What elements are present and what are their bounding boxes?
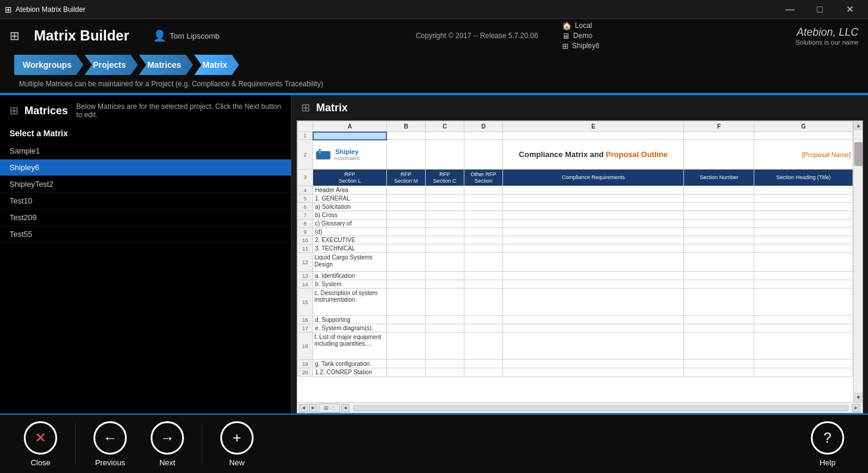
cell-1g[interactable] <box>754 132 853 140</box>
cell-15e[interactable] <box>503 289 684 316</box>
cell-20e[interactable] <box>503 368 684 377</box>
cell-20c[interactable] <box>426 368 464 377</box>
breadcrumb-matrices[interactable]: Matrices <box>139 55 193 75</box>
cell-17b[interactable] <box>386 324 425 333</box>
cell-12f[interactable] <box>684 253 754 272</box>
cell-11b[interactable] <box>386 245 425 253</box>
cell-2d[interactable] <box>464 140 503 170</box>
cell-20f[interactable] <box>684 368 754 377</box>
cell-17d[interactable] <box>464 324 503 333</box>
cell-11g[interactable] <box>754 245 853 253</box>
cell-17f[interactable] <box>684 324 754 333</box>
cell-9f[interactable] <box>684 228 754 236</box>
cell-9c[interactable] <box>426 228 464 236</box>
cell-8b[interactable] <box>386 220 425 228</box>
cell-1d[interactable] <box>464 132 503 140</box>
cell-14d[interactable] <box>464 280 503 289</box>
cell-15c[interactable] <box>426 289 464 316</box>
scroll-down-btn[interactable]: ▼ <box>854 393 863 402</box>
matrix-item-test55[interactable]: Test55 <box>0 226 291 243</box>
cell-1e[interactable] <box>503 132 684 140</box>
new-button[interactable]: + New <box>208 421 266 467</box>
cell-5a[interactable]: 1. GENERAL <box>313 195 387 203</box>
cell-19e[interactable] <box>503 360 684 368</box>
help-button[interactable]: ? Help <box>799 421 856 467</box>
cell-9b[interactable] <box>386 228 425 236</box>
cell-13e[interactable] <box>503 272 684 280</box>
cell-7f[interactable] <box>684 211 754 220</box>
cell-19a[interactable]: g. Tank configuration. <box>313 360 387 368</box>
minimize-button[interactable]: — <box>776 0 804 19</box>
cell-14c[interactable] <box>426 280 464 289</box>
cell-15d[interactable] <box>464 289 503 316</box>
cell-15g[interactable] <box>754 289 853 316</box>
scroll-sheet-left[interactable]: ◄ <box>341 404 349 412</box>
cell-14b[interactable] <box>386 280 425 289</box>
cell-16e[interactable] <box>503 316 684 324</box>
cell-4a[interactable]: Header Area <box>313 186 387 195</box>
matrix-item-test209[interactable]: Test209 <box>0 209 291 226</box>
horizontal-scrollbar[interactable] <box>353 405 848 411</box>
scroll-left-btn[interactable]: ◄ <box>299 404 308 412</box>
previous-button[interactable]: ← Previous <box>82 421 139 467</box>
cell-2c[interactable] <box>426 140 464 170</box>
cell-7c[interactable] <box>426 211 464 220</box>
cell-12d[interactable] <box>464 253 503 272</box>
cell-1f[interactable] <box>684 132 754 140</box>
cell-12c[interactable] <box>426 253 464 272</box>
cell-13d[interactable] <box>464 272 503 280</box>
env-shipley6[interactable]: ⊞ Shipley6 <box>562 42 600 51</box>
cell-5d[interactable] <box>464 195 503 203</box>
cell-10g[interactable] <box>754 236 853 245</box>
scroll-thumb[interactable] <box>854 142 863 166</box>
cell-18g[interactable] <box>754 333 853 360</box>
cell-6c[interactable] <box>426 203 464 211</box>
cell-18a[interactable]: f. List of major equipment including qua… <box>313 333 387 360</box>
cell-12a[interactable]: Liquid Cargo Systems Design <box>313 253 387 272</box>
cell-16d[interactable] <box>464 316 503 324</box>
cell-11a[interactable]: 3. TECHNICAL <box>313 245 387 253</box>
cell-4g[interactable] <box>754 186 853 195</box>
cell-13c[interactable] <box>426 272 464 280</box>
cell-2b[interactable] <box>386 140 425 170</box>
close-window-button[interactable]: ✕ <box>836 0 863 19</box>
cell-6b[interactable] <box>386 203 425 211</box>
cell-7b[interactable] <box>386 211 425 220</box>
cell-19d[interactable] <box>464 360 503 368</box>
sheet-grid[interactable]: A B C D E F G 1 <box>297 121 853 402</box>
cell-7a[interactable]: b) Cross <box>313 211 387 220</box>
cell-15b[interactable] <box>386 289 425 316</box>
cell-18d[interactable] <box>464 333 503 360</box>
cell-9a[interactable]: (d) <box>313 228 387 236</box>
cell-1b[interactable] <box>386 132 425 140</box>
cell-7e[interactable] <box>503 211 684 220</box>
nav-grid-icon[interactable]: ⊞ <box>10 29 20 43</box>
cell-15a[interactable]: c. Description of system instrumentation… <box>313 289 387 316</box>
cell-5g[interactable] <box>754 195 853 203</box>
cell-19b[interactable] <box>386 360 425 368</box>
cell-10f[interactable] <box>684 236 754 245</box>
sheet-tab[interactable]: ⊞ · : <box>319 403 340 413</box>
cell-18e[interactable] <box>503 333 684 360</box>
cell-12e[interactable] <box>503 253 684 272</box>
close-button[interactable]: ✕ Close <box>12 421 69 467</box>
cell-7d[interactable] <box>464 211 503 220</box>
cell-14g[interactable] <box>754 280 853 289</box>
cell-6a[interactable]: a) Solicitation <box>313 203 387 211</box>
scroll-right-btn[interactable]: ► <box>309 404 317 412</box>
matrix-item-sample1[interactable]: Sample1 <box>0 143 291 159</box>
cell-18b[interactable] <box>386 333 425 360</box>
cell-19g[interactable] <box>754 360 853 368</box>
cell-17e[interactable] <box>503 324 684 333</box>
cell-12g[interactable] <box>754 253 853 272</box>
cell-18f[interactable] <box>684 333 754 360</box>
cell-11f[interactable] <box>684 245 754 253</box>
cell-8f[interactable] <box>684 220 754 228</box>
cell-14f[interactable] <box>684 280 754 289</box>
scroll-up-btn[interactable]: ▲ <box>854 121 863 130</box>
scrollbar-vertical[interactable]: ▲ ▼ <box>853 121 863 402</box>
cell-15f[interactable] <box>684 289 754 316</box>
cell-10d[interactable] <box>464 236 503 245</box>
cell-13f[interactable] <box>684 272 754 280</box>
cell-11e[interactable] <box>503 245 684 253</box>
